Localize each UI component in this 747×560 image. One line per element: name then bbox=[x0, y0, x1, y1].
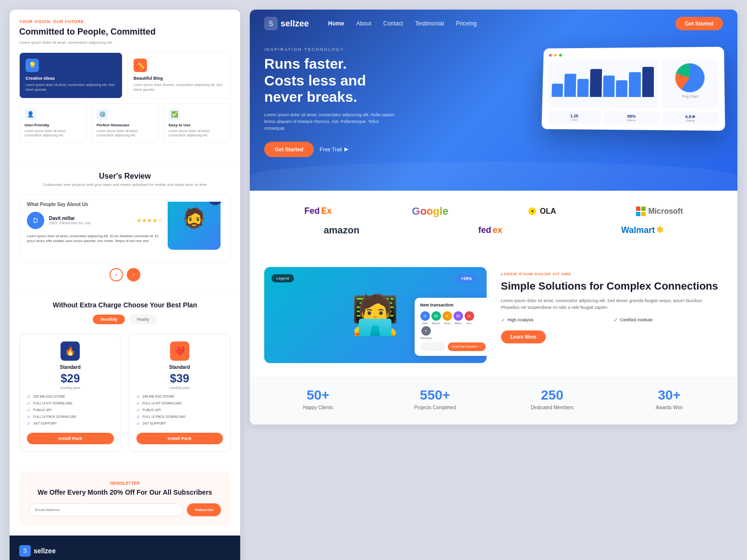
feature-small-icon-user: 👤 bbox=[24, 109, 36, 120]
chart-bar-6 bbox=[616, 80, 628, 97]
feature-title-creative: Creative Ideas bbox=[25, 76, 116, 81]
stat-label-awards: Awards Won bbox=[615, 405, 723, 410]
transaction-card: New transaction A Alex M Merce A bbox=[415, 298, 487, 356]
ms-cell-red bbox=[636, 207, 640, 211]
feature-small-title-easy: Easy to Use bbox=[169, 123, 225, 127]
play-icon: ▶ bbox=[344, 146, 348, 152]
mockup-charts-area: Ping Chart bbox=[548, 59, 719, 108]
nav-cta-button[interactable]: Get Started bbox=[675, 17, 723, 30]
hero-title: Runs faster.Costs less andnever breaks. bbox=[264, 56, 531, 106]
stat-number-members: 250 bbox=[499, 388, 606, 403]
monthly-toggle-button[interactable]: Monthly bbox=[93, 315, 125, 324]
review-header: D Davit millar CEO, FiParcVée Int. Ltd ★… bbox=[27, 212, 163, 229]
newsletter-subscribe-button[interactable]: Subscribe bbox=[187, 503, 221, 516]
feature-small-easy: ✅ Easy to Use Lorem ipsum dolor sit amet… bbox=[163, 103, 231, 143]
microsoft-grid bbox=[636, 207, 646, 216]
avatar-addnew[interactable]: + bbox=[421, 326, 431, 336]
footer-logo-text: sellzee bbox=[34, 547, 56, 555]
pricing-feature-1-5: ✓24/7 SUPPORT bbox=[27, 421, 114, 426]
hero-get-started-button[interactable]: Get Started bbox=[264, 142, 314, 157]
hero-image: Ping Chart 1.2k Users 98% Uptime bbox=[540, 47, 723, 130]
hero-inspiration-text: INSPIRATION TECHNOLOGY. bbox=[264, 47, 531, 52]
reviewer-avatar: D bbox=[27, 212, 44, 229]
google-logo: Google bbox=[412, 205, 449, 218]
pricing-feature-2-3: ✓PUBLIC API bbox=[136, 408, 223, 413]
sol-feature-label-analysis: High Analysis bbox=[508, 317, 534, 322]
trans-avatar-addnew[interactable]: + Add New bbox=[420, 326, 432, 340]
features-grid: 💡 Creative Ideas Lorem ipsum dolor sit a… bbox=[19, 52, 231, 98]
install-button-1[interactable]: Install Pack bbox=[27, 433, 114, 444]
learn-more-button[interactable]: Learn More bbox=[501, 330, 546, 343]
hero-free-trial-button[interactable]: Free Trail ▶ bbox=[319, 146, 348, 152]
install-button-2[interactable]: Install Pack bbox=[136, 433, 223, 444]
vision-title: Committed to People, Committed bbox=[19, 27, 231, 37]
sol-feature-certified: ✓ Certified Institute bbox=[613, 317, 723, 323]
sol-feature-analysis: ✓ High Analysis bbox=[501, 317, 611, 323]
reviews-title: User's Review bbox=[19, 172, 231, 181]
nav-link-about[interactable]: About bbox=[356, 20, 371, 27]
mockup-stat-label-1: Users bbox=[550, 118, 599, 122]
pricing-plan-1: Standard bbox=[27, 365, 114, 370]
review-image-container: 🧔 " bbox=[168, 202, 223, 255]
stat-awards: 30+ Awards Won bbox=[615, 388, 723, 410]
solutions-section: 🧑‍💻 Legend +28% New transaction A Alex M bbox=[250, 257, 737, 377]
ola-dot: ● bbox=[528, 207, 536, 215]
reviewer-role: CEO, FiParcVée Int. Ltd bbox=[49, 221, 90, 225]
transaction-input-field[interactable] bbox=[420, 342, 445, 351]
avatar-miles: M bbox=[453, 311, 463, 321]
ms-cell-blue bbox=[636, 212, 640, 216]
mockup-chart-side: Ping Chart bbox=[661, 59, 719, 108]
transaction-avatars: A Alex M Merce A Aroa M bbox=[420, 311, 486, 340]
nav-link-home[interactable]: Home bbox=[328, 20, 344, 27]
vision-desc: Lorem ipsum dolor sit amet, consectetur … bbox=[19, 40, 231, 45]
nav-logo-text: sellzee bbox=[281, 19, 309, 29]
pricing-feature-1-2: ✓FULL UI KIT DOWNLOAD bbox=[27, 401, 114, 406]
star-rating: ★★★★☆ bbox=[136, 217, 163, 224]
chart-bar-2 bbox=[564, 74, 576, 97]
nav-link-testimonial[interactable]: Testimonial bbox=[415, 20, 444, 27]
solutions-percentage-badge: +28% bbox=[456, 274, 477, 283]
check-icon-certified: ✓ bbox=[613, 317, 618, 323]
pricing-section: Without Extra Charge Choose Your Best Pl… bbox=[10, 291, 240, 471]
ola-logo: ● OLA bbox=[528, 207, 556, 216]
solutions-tag: LOREM IPSUM DOLOR SIT AME bbox=[501, 272, 723, 276]
review-person-image: 🧔 bbox=[168, 202, 220, 250]
transaction-send-button[interactable]: Send the transfer → bbox=[448, 342, 486, 351]
dashboard-mockup: Ping Chart 1.2k Users 98% Uptime bbox=[541, 47, 725, 131]
chart-bars bbox=[551, 63, 654, 97]
feature-small-icon-easy: ✅ bbox=[169, 109, 180, 120]
nav-link-contact[interactable]: Contact bbox=[383, 20, 403, 27]
mockup-stat-val-3: 4.8★ bbox=[664, 114, 717, 120]
brands-row-1: FedEx Google ● OLA Microsoft bbox=[264, 205, 723, 218]
feature-small-title-user: User-Friendly bbox=[24, 123, 81, 127]
nav-link-pricing[interactable]: Priceing bbox=[456, 20, 477, 27]
review-prev-button[interactable]: ‹ bbox=[110, 268, 123, 281]
feature-icon-creative: 💡 bbox=[25, 59, 39, 72]
stat-number-clients: 50+ bbox=[264, 388, 372, 403]
yearly-toggle-button[interactable]: Yearly bbox=[129, 315, 157, 324]
fedex2-logo: fedex bbox=[478, 225, 502, 235]
right-panel: S sellzee Home About Contact Testimonial… bbox=[250, 10, 737, 425]
pricing-feature-2-2: ✓FULL UI KIT DOWNLOAD bbox=[136, 401, 223, 406]
mockup-dot-yellow bbox=[554, 54, 557, 57]
review-next-button[interactable]: › bbox=[127, 268, 140, 281]
trans-avatar-alex: A Alex bbox=[420, 311, 430, 325]
features-row: 👤 User-Friendly Lorem ipsum dolor sit am… bbox=[19, 103, 231, 143]
walmart-logo: Walmart✱ bbox=[621, 225, 663, 235]
solutions-image: 🧑‍💻 Legend +28% New transaction A Alex M bbox=[264, 267, 487, 363]
feature-small-showcase: ⚙️ Perfect Showcase Lorem ipsum dolor si… bbox=[91, 103, 159, 143]
newsletter-email-input[interactable] bbox=[29, 503, 183, 516]
ms-cell-green bbox=[641, 207, 646, 211]
hero-content: INSPIRATION TECHNOLOGY. Runs faster.Cost… bbox=[250, 37, 737, 171]
feature-small-user: 👤 User-Friendly Lorem ipsum dolor sit am… bbox=[19, 103, 86, 143]
chart-bar-8 bbox=[642, 67, 654, 97]
nav-logo-icon: S bbox=[264, 17, 278, 30]
hero-text: INSPIRATION TECHNOLOGY. Runs faster.Cost… bbox=[264, 47, 531, 157]
chart-bar-4 bbox=[590, 69, 602, 97]
pricing-period-1: monthly pack bbox=[27, 386, 114, 390]
stat-label-projects: Projects Completed bbox=[381, 405, 489, 410]
pricing-feature-2-4: ✓FULL UI PACK DOWNLOAD bbox=[136, 414, 223, 419]
trans-avatar-aroa: A Aroa bbox=[442, 311, 452, 325]
feature-icon-blog: ✏️ bbox=[134, 59, 147, 72]
mockup-stat-2: 98% Uptime bbox=[604, 111, 660, 124]
